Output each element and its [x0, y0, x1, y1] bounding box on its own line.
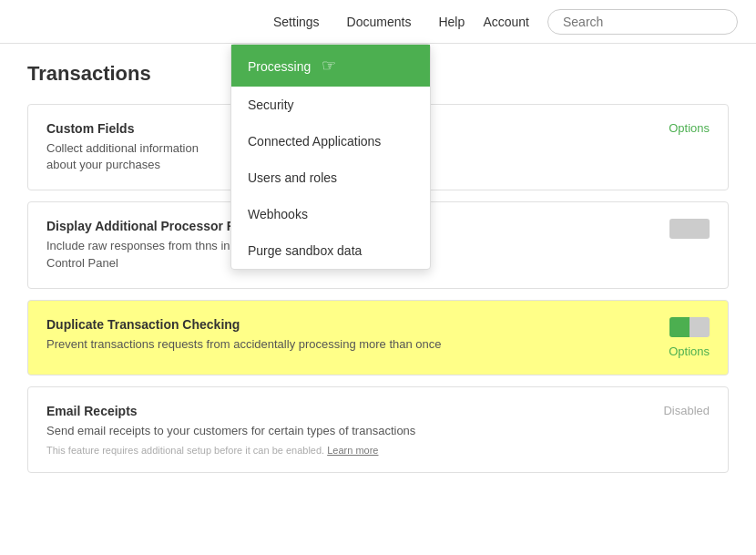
learn-more-link[interactable]: Learn more [327, 445, 378, 456]
dropdown-processing[interactable]: Processing ☞ [231, 45, 430, 87]
duplicate-checking-toggle[interactable] [669, 317, 710, 337]
email-receipts-footnote: This feature requires additional setup b… [46, 445, 637, 456]
dropdown-users-and-roles[interactable]: Users and roles [231, 159, 430, 196]
toggle-active [669, 317, 690, 337]
toggle-left [669, 219, 690, 239]
settings-dropdown: Processing ☞ Security Connected Applicat… [230, 44, 431, 270]
email-receipts-description: Send email receipts to your customers fo… [46, 423, 637, 439]
duplicate-checking-title: Duplicate Transaction Checking [46, 317, 637, 332]
email-receipts-disabled: Disabled [663, 404, 710, 417]
search-input[interactable] [547, 9, 738, 35]
dropdown-webhooks[interactable]: Webhooks [231, 196, 430, 232]
dropdown-connected-applications[interactable]: Connected Applications [231, 123, 430, 159]
nav-account[interactable]: Account [483, 15, 529, 29]
duplicate-checking-actions: Options [637, 317, 710, 358]
duplicate-checking-options[interactable]: Options [669, 344, 710, 358]
custom-fields-actions: Options [637, 121, 710, 135]
nav-documents[interactable]: Documents [347, 15, 412, 29]
display-processor-toggle[interactable] [669, 219, 710, 239]
email-receipts-actions: Disabled [637, 404, 710, 417]
nav-settings[interactable]: Settings [273, 15, 320, 29]
dropdown-security[interactable]: Security [231, 87, 430, 123]
nav-help[interactable]: Help [438, 15, 465, 29]
nav-links: Settings Documents Help [273, 15, 465, 29]
duplicate-checking-content: Duplicate Transaction Checking Prevent t… [46, 317, 637, 353]
cursor-icon: ☞ [322, 56, 336, 76]
display-processor-actions [637, 219, 710, 239]
email-receipts-card: Email Receipts Send email receipts to yo… [27, 386, 729, 473]
email-receipts-title: Email Receipts [46, 404, 637, 418]
duplicate-checking-card: Duplicate Transaction Checking Prevent t… [27, 300, 729, 375]
custom-fields-options[interactable]: Options [669, 121, 710, 135]
top-nav: Settings Documents Help Account [0, 0, 756, 44]
duplicate-checking-description: Prevent transactions requests from accid… [46, 336, 637, 353]
toggle-inactive [690, 317, 710, 337]
dropdown-purge-sandbox[interactable]: Purge sandbox data [231, 232, 430, 269]
email-receipts-content: Email Receipts Send email receipts to yo… [46, 404, 637, 456]
toggle-right [690, 219, 710, 239]
